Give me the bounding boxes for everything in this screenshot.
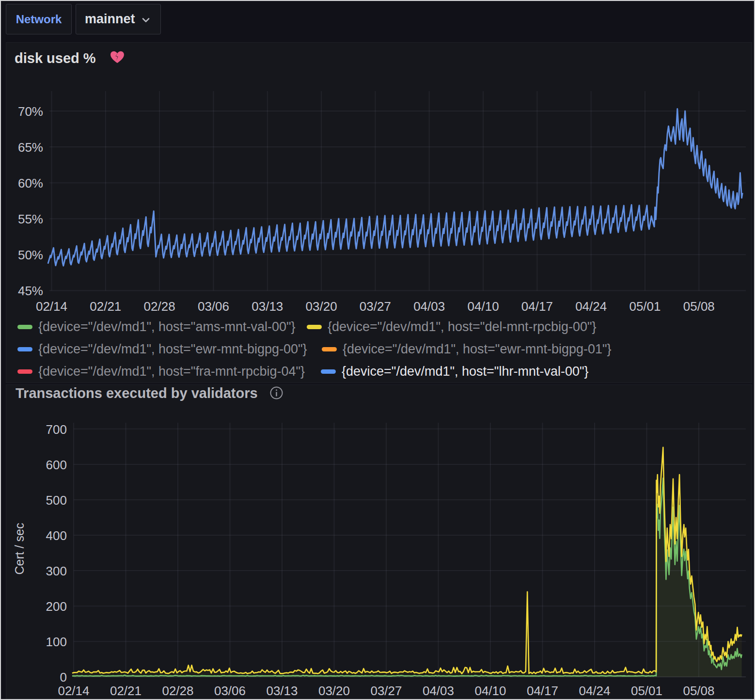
svg-text:04/10: 04/10: [468, 299, 499, 314]
svg-text:400: 400: [46, 528, 67, 543]
svg-text:03/13: 03/13: [252, 299, 283, 314]
svg-text:04/17: 04/17: [521, 299, 553, 314]
svg-text:600: 600: [46, 458, 67, 472]
svg-text:0: 0: [60, 670, 67, 684]
svg-text:300: 300: [46, 564, 67, 578]
svg-text:500: 500: [46, 493, 67, 508]
svg-text:03/20: 03/20: [306, 299, 337, 314]
svg-text:02/21: 02/21: [110, 684, 142, 698]
svg-text:60%: 60%: [18, 176, 43, 191]
svg-text:02/28: 02/28: [162, 684, 193, 698]
svg-text:04/17: 04/17: [527, 684, 558, 698]
svg-text:04/10: 04/10: [474, 684, 506, 698]
svg-text:55%: 55%: [18, 212, 43, 226]
svg-text:03/27: 03/27: [360, 299, 391, 314]
svg-text:02/14: 02/14: [36, 299, 67, 314]
svg-text:200: 200: [46, 599, 67, 614]
svg-text:04/24: 04/24: [575, 299, 607, 314]
svg-text:03/27: 03/27: [370, 684, 402, 698]
svg-text:700: 700: [46, 422, 67, 437]
svg-text:03/06: 03/06: [214, 684, 246, 698]
svg-text:04/03: 04/03: [423, 684, 454, 698]
svg-text:Cert / sec: Cert / sec: [13, 523, 26, 575]
svg-text:02/28: 02/28: [144, 299, 175, 314]
svg-text:05/08: 05/08: [683, 299, 715, 314]
svg-text:03/13: 03/13: [266, 684, 298, 698]
svg-text:05/08: 05/08: [683, 684, 714, 698]
svg-text:02/21: 02/21: [90, 299, 121, 314]
svg-text:65%: 65%: [18, 140, 43, 155]
svg-text:04/24: 04/24: [579, 684, 610, 698]
svg-text:100: 100: [46, 635, 67, 649]
svg-text:02/14: 02/14: [58, 684, 89, 698]
svg-text:50%: 50%: [18, 248, 43, 262]
svg-text:05/01: 05/01: [629, 299, 661, 314]
svg-text:70%: 70%: [18, 104, 43, 119]
svg-text:45%: 45%: [18, 284, 43, 298]
svg-text:03/06: 03/06: [198, 299, 229, 314]
svg-text:03/20: 03/20: [318, 684, 350, 698]
svg-text:05/01: 05/01: [631, 684, 662, 698]
svg-text:04/03: 04/03: [413, 299, 445, 314]
